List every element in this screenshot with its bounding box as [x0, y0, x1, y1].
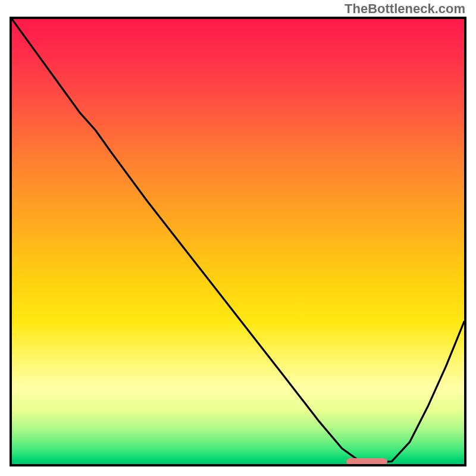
optimal-range-marker: [346, 458, 387, 465]
chart-container: TheBottleneck.com: [0, 0, 476, 476]
watermark-text: TheBottleneck.com: [345, 1, 465, 17]
bottleneck-curve: [12, 19, 464, 464]
plot-area: [10, 17, 466, 466]
